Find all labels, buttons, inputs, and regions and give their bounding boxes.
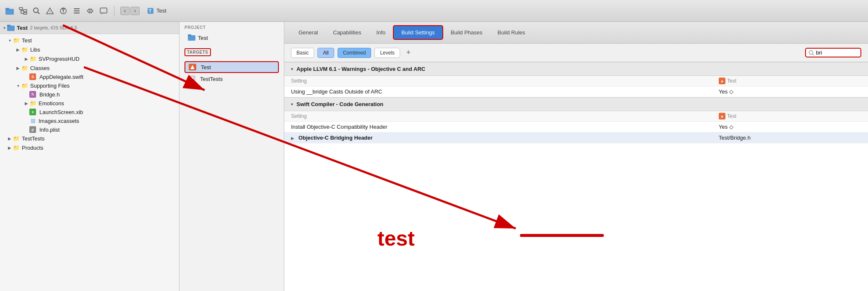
folder-icon[interactable] (5, 6, 14, 16)
all-button[interactable]: All (317, 48, 334, 58)
tab-build-rules[interactable]: Build Rules (490, 26, 533, 39)
project-item-test[interactable]: Test (185, 32, 279, 43)
nav-back-button[interactable]: ‹ (120, 7, 130, 15)
tree-item-libs[interactable]: 📁 Libs (0, 45, 179, 54)
project-item-icon (188, 34, 195, 42)
tree-item-infoplist[interactable]: p Info.plist (0, 125, 179, 134)
toolbar-filename: T Test (147, 8, 166, 14)
settings-row-bridge-casts[interactable]: Using __bridge Casts Outside of ARC Yes … (284, 86, 868, 97)
prod-arrow (7, 146, 13, 150)
svg-rect-1 (5, 8, 9, 10)
comment-icon[interactable] (99, 6, 108, 16)
tree-item-appdelegate[interactable]: S AppDelegate.swift (0, 73, 179, 81)
tree-item-images[interactable]: ⊞ Images.xcassets (0, 116, 179, 125)
tree-item-emoticons[interactable]: 📁 Emoticons (0, 99, 179, 108)
ls-icon: x (29, 109, 36, 115)
prod-icon: 📁 (13, 144, 20, 151)
section-swift-compiler[interactable]: ▾ Swift Compiler - Code Generation (284, 97, 868, 111)
file-tree-sidebar: ▾ Test 2 targets, iOS SDK 8.3 📁 Test (0, 22, 179, 291)
tree-item-products[interactable]: 📁 Products (0, 143, 179, 152)
tree-item-launchscreen[interactable]: x LaunchScreen.xib (0, 108, 179, 116)
project-targets-panel: PROJECT Test TARGETS Test (179, 22, 284, 291)
git-icon[interactable] (59, 6, 68, 16)
nav-forward-button[interactable]: › (130, 7, 140, 15)
bridge-icon: h (29, 91, 36, 98)
ip-label: Info.plist (39, 127, 60, 133)
basic-button[interactable]: Basic (291, 48, 314, 58)
tab-build-settings[interactable]: Build Settings (393, 25, 443, 40)
warning-icon[interactable]: ! (45, 6, 55, 16)
settings-row-compat-header[interactable]: Install Objective-C Compatibility Header… (284, 122, 868, 133)
sv-label: SVProgressHUD (39, 56, 80, 62)
svg-rect-17 (74, 13, 80, 13)
section-apple-llvm[interactable]: ▾ Apple LLVM 6.1 - Warnings - Objective … (284, 62, 868, 76)
bridging-header-label: Objective-C Bridging Header (299, 135, 373, 141)
compat-header-value: Yes ◇ (719, 124, 861, 130)
svg-rect-3 (23, 10, 27, 12)
test-arrow (7, 38, 13, 43)
search-input[interactable] (816, 49, 858, 56)
settings-header-row-2: Setting ▲ Test (284, 111, 868, 122)
col-setting-label-2: Setting (291, 113, 719, 119)
tab-build-phases[interactable]: Build Phases (443, 26, 490, 39)
tree-item-classes[interactable]: 📁 Classes (0, 63, 179, 73)
combined-button[interactable]: Combined (338, 48, 372, 58)
root-arrow[interactable]: ▾ (3, 26, 5, 30)
svg-rect-2 (19, 8, 23, 10)
project-root-header[interactable]: ▾ Test 2 targets, iOS SDK 8.3 (0, 22, 179, 34)
section-arrow-2: ▾ (291, 102, 293, 107)
sv-arrow (23, 57, 29, 61)
hierarchy-icon[interactable] (18, 6, 28, 16)
bridge-label: Bridge.h (39, 91, 60, 98)
svg-rect-27 (190, 77, 193, 81)
settings-row-bridging-header[interactable]: ▶ Objective-C Bridging Header Test/Bridg… (284, 133, 868, 143)
tree-item-bridge[interactable]: h Bridge.h (0, 90, 179, 99)
tree-item-testtests[interactable]: 📁 TestTests (0, 134, 179, 143)
target-item-test[interactable]: Test (185, 61, 279, 73)
section-arrow-1: ▾ (291, 67, 293, 71)
tab-info[interactable]: Info (369, 26, 393, 39)
expand-arrow: ▶ (291, 136, 294, 140)
compat-header-setting: Install Objective-C Compatibility Header (291, 124, 719, 130)
search-icon[interactable] (32, 6, 41, 16)
content-area: General Capabilities Info Build Settings… (284, 22, 868, 291)
tree-item-svprogress[interactable]: 📁 SVProgressHUD (0, 54, 179, 63)
nav-buttons[interactable]: ‹ › (120, 7, 140, 15)
targets-section-title: TARGETS (185, 48, 211, 56)
add-setting-button[interactable]: + (403, 48, 413, 58)
levels-button[interactable]: Levels (374, 48, 400, 58)
commit-icon[interactable] (86, 6, 95, 16)
list-icon[interactable] (72, 6, 81, 16)
classes-label: Classes (30, 65, 49, 71)
bridging-header-setting: ▶ Objective-C Bridging Header (291, 135, 719, 141)
project-section: PROJECT Test (179, 22, 284, 45)
svg-text:!: ! (49, 10, 51, 14)
target-chip-icon-2: ▲ (719, 113, 725, 120)
settings-header-row-1: Setting ▲ Test (284, 76, 868, 86)
svg-line-9 (38, 12, 40, 14)
svg-rect-15 (74, 8, 80, 9)
tab-general[interactable]: General (291, 26, 325, 39)
target-chip-label-1: Test (727, 78, 736, 84)
target-item-testtests[interactable]: TestTests (185, 74, 279, 84)
img-icon: ⊞ (29, 117, 37, 125)
sf-label: Supporting Files (30, 83, 70, 89)
settings-toolbar: Basic All Combined Levels + (284, 44, 868, 62)
test-folder-icon: 📁 (13, 36, 20, 44)
svg-rect-0 (5, 9, 14, 15)
tt-arrow (7, 136, 13, 141)
tt-icon: 📁 (13, 135, 20, 142)
settings-content: ▾ Apple LLVM 6.1 - Warnings - Objective … (284, 62, 868, 291)
search-box (805, 48, 861, 57)
col-value-label-2: ▲ Test (719, 113, 861, 120)
tree-item-supporting[interactable]: 📁 Supporting Files (0, 81, 179, 90)
search-icon (808, 50, 814, 56)
tab-capabilities[interactable]: Capabilities (325, 26, 369, 39)
bridge-casts-setting: Using __bridge Casts Outside of ARC (291, 88, 719, 95)
targets-section: TARGETS Test TestTests (179, 45, 284, 86)
svg-rect-16 (74, 10, 80, 11)
img-label: Images.xcassets (39, 118, 79, 124)
classes-icon: 📁 (21, 64, 29, 72)
tree-item-test[interactable]: 📁 Test (0, 36, 179, 45)
test-label: Test (22, 37, 32, 44)
